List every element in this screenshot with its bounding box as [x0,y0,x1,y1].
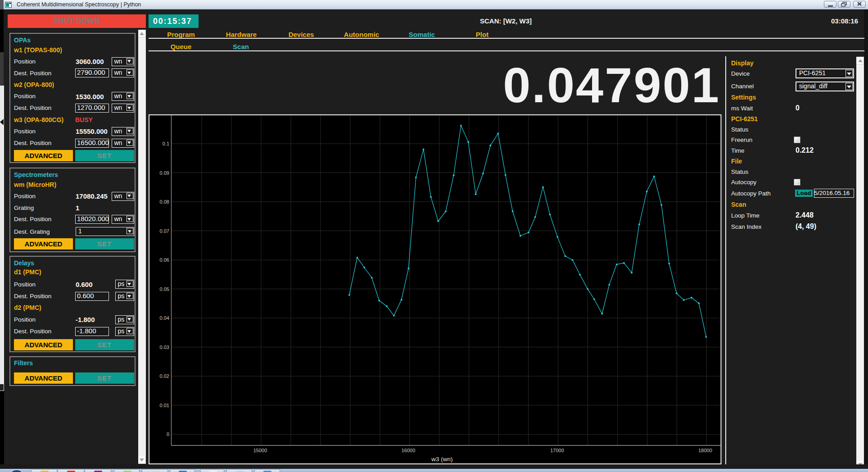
svg-text:w3 (wn): w3 (wn) [431,456,452,463]
svg-text:0.01: 0.01 [160,403,169,408]
svg-text:0.1: 0.1 [163,141,169,146]
svg-text:0.09: 0.09 [160,170,169,176]
svg-text:0.04: 0.04 [160,315,169,321]
svg-text:0.03: 0.03 [160,345,169,350]
svg-text:0.07: 0.07 [160,228,169,234]
svg-text:0: 0 [167,431,169,437]
svg-text:15000: 15000 [253,448,267,453]
svg-text:18000: 18000 [698,448,712,453]
svg-text:0.08: 0.08 [160,199,169,204]
svg-text:16000: 16000 [402,448,416,453]
svg-text:17000: 17000 [550,448,564,453]
svg-text:0.06: 0.06 [160,257,169,263]
svg-text:0.02: 0.02 [160,373,169,379]
svg-text:0.05: 0.05 [160,286,169,292]
